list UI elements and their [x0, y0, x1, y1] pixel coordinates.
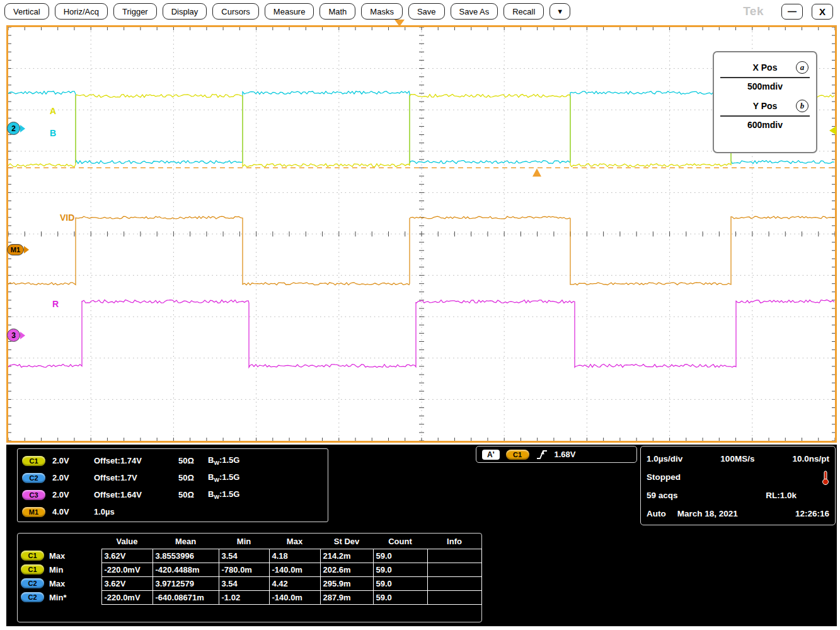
channel-badge-c3: C3	[22, 490, 45, 500]
callout-b: b	[796, 100, 808, 112]
channel-scale: 2.0V	[52, 456, 94, 465]
channel1-position-marker[interactable]	[829, 126, 836, 135]
measurement-value: -420.4488m	[152, 563, 219, 576]
channel-readout-c3[interactable]: C32.0VOffset:1.64V50ΩBW:1.5G	[22, 486, 328, 503]
meas-header-spacer	[19, 535, 101, 549]
menu-button-vertical[interactable]: Vertical	[4, 3, 49, 20]
channel-readout-c2[interactable]: C22.0VOffset:1.7V50ΩBW:1.5G	[22, 469, 328, 486]
trigger-position-marker[interactable]	[394, 20, 405, 26]
measurement-value: -220.0mV	[101, 590, 152, 604]
measurement-value: 214.2m	[320, 549, 373, 563]
measurement-row: C2Max3.62V3.97125793.544.42295.9m59.0	[19, 576, 481, 590]
channel-offset: Offset:1.7V	[94, 473, 178, 482]
menu-button-save-as[interactable]: Save As	[451, 3, 498, 20]
close-button[interactable]: X	[812, 4, 833, 20]
divider	[720, 115, 810, 117]
channel-badge-c1: C1	[21, 564, 44, 575]
trace-label-a: A	[50, 106, 56, 116]
measurement-row: C1Max3.62V3.85539963.544.18214.2m59.0	[19, 549, 481, 563]
sample-resolution: 10.0ns/pt	[792, 454, 829, 464]
menu-button-save[interactable]: Save	[408, 3, 445, 20]
measurement-value: 3.54	[219, 549, 269, 563]
menu-button-horiz-acq[interactable]: Horiz/Acq	[55, 3, 108, 20]
trigger-mode: Auto	[647, 509, 666, 518]
measurement-value: -640.08671m	[152, 590, 219, 604]
marker-label: M1	[7, 244, 24, 255]
menu-button-measure[interactable]: Measure	[265, 3, 314, 20]
menu-button-trigger[interactable]: Trigger	[113, 3, 157, 20]
trigger-level: 1.68V	[555, 450, 576, 459]
marker-arrow-icon	[20, 332, 25, 339]
menu-button-cursors[interactable]: Cursors	[212, 3, 259, 20]
channel-readout-m1[interactable]: M14.0V1.0µs	[22, 503, 328, 520]
channel-badge-c2: C2	[22, 473, 45, 483]
trigger-level-marker[interactable]	[532, 168, 541, 177]
measurement-row: C1Min-220.0mV-420.4488m-780.0m-140.0m202…	[19, 563, 481, 576]
measurement-value: 3.62V	[101, 549, 152, 563]
channel-offset: Offset:1.74V	[94, 456, 178, 465]
channel-position-marker-3[interactable]: 3	[7, 329, 25, 342]
trigger-readout[interactable]: A' C1 1.68V	[476, 446, 637, 463]
status-panel: C12.0VOffset:1.74V50ΩBW:1.5GC22.0VOffset…	[6, 445, 837, 626]
channel-offset: Offset:1.64V	[94, 490, 178, 499]
y-pos-value: 600mdiv	[714, 120, 816, 130]
measurement-value: -220.0mV	[101, 563, 152, 576]
trace-label-vid: VID	[60, 213, 74, 223]
trace-label-b: B	[50, 128, 56, 138]
measurement-value: 3.9712579	[152, 576, 219, 590]
measurement-name: Min	[49, 565, 63, 575]
channel-position-marker-m1[interactable]: M1	[7, 244, 29, 255]
channel-scale: 4.0V	[52, 507, 94, 516]
menu-button-masks[interactable]: Masks	[361, 3, 403, 20]
temperature-icon	[822, 470, 829, 485]
waveform-display: BAVIDR X Pos a 500mdiv Y Pos b 600mdiv 2…	[6, 25, 837, 443]
channel-readout-c1[interactable]: C12.0VOffset:1.74V50ΩBW:1.5G	[22, 452, 328, 469]
graticule-ticks	[8, 27, 835, 441]
horizontal-readouts[interactable]: 1.0µs/div 100MS/s 10.0ns/pt Stopped 59 a…	[640, 446, 836, 525]
marker-arrow-icon	[20, 125, 25, 132]
meas-header-info: Info	[427, 535, 481, 549]
menu-button-recall[interactable]: Recall	[503, 3, 544, 20]
measurement-value: 4.42	[269, 576, 320, 590]
measurement-value: -140.0m	[269, 590, 320, 604]
acquisition-count-row: 59 acqs RL:1.0k	[647, 486, 829, 505]
channel-readouts: C12.0VOffset:1.74V50ΩBW:1.5GC22.0VOffset…	[17, 448, 328, 522]
graticule-canvas: BAVIDR	[8, 27, 835, 441]
channel-badge-c1: C1	[21, 551, 44, 561]
channel-bandwidth: BW:1.5G	[208, 455, 239, 466]
measurement-value: -140.0m	[269, 563, 320, 576]
menu-more-button[interactable]: ▼	[549, 3, 570, 20]
trace-label-r: R	[52, 299, 59, 309]
menu-bar: VerticalHoriz/AcqTriggerDisplayCursorsMe…	[0, 0, 840, 23]
minimize-button[interactable]: —	[781, 4, 803, 20]
measurement-value: 3.54	[219, 576, 269, 590]
meas-header-st-dev: St Dev	[320, 535, 373, 549]
meas-header-min: Min	[219, 535, 269, 549]
measurement-value: 59.0	[373, 590, 427, 604]
measurement-value: 4.18	[269, 549, 320, 563]
timebase-row: 1.0µs/div 100MS/s 10.0ns/pt	[647, 450, 829, 468]
menu-button-math[interactable]: Math	[319, 3, 355, 20]
sample-rate: 100MS/s	[720, 454, 754, 464]
measurement-value: 59.0	[373, 563, 427, 576]
channel-offset: 1.0µs	[94, 507, 178, 516]
channel-bandwidth: BW:1.5G	[208, 472, 239, 483]
measurement-value	[427, 576, 481, 590]
channel-scale: 2.0V	[52, 490, 94, 499]
measurement-row: C2Min*-220.0mV-640.08671m-1.02-140.0m287…	[19, 590, 481, 604]
callout-a: a	[796, 61, 808, 74]
marker-arrow-icon	[24, 246, 29, 254]
measurement-table: ValueMeanMinMaxSt DevCountInfoC1Max3.62V…	[17, 533, 482, 622]
trace-a	[8, 95, 834, 167]
oscilloscope-screen: VerticalHoriz/AcqTriggerDisplayCursorsMe…	[0, 0, 840, 630]
trace-r	[8, 300, 834, 368]
marker-label: 2	[7, 122, 20, 135]
x-pos-label: X Pos	[753, 62, 778, 73]
channel-position-marker-2[interactable]: 2	[7, 122, 25, 135]
measurement-value: 295.9m	[320, 576, 373, 590]
channel-badge-m1: M1	[22, 507, 45, 517]
measurement-name: Min*	[49, 593, 66, 602]
meas-header-max: Max	[269, 535, 320, 549]
menu-button-display[interactable]: Display	[163, 3, 207, 20]
meas-header-value: Value	[101, 535, 152, 549]
